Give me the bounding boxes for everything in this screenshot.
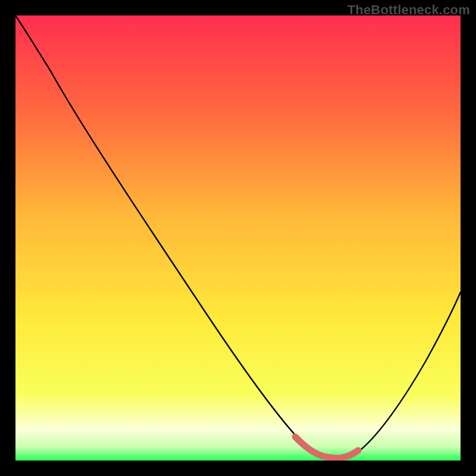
gradient-background bbox=[15, 15, 461, 461]
chart-svg bbox=[15, 15, 461, 461]
plot-area bbox=[15, 15, 461, 461]
chart-frame: TheBottleneck.com bbox=[0, 0, 476, 476]
watermark-text: TheBottleneck.com bbox=[347, 2, 470, 18]
